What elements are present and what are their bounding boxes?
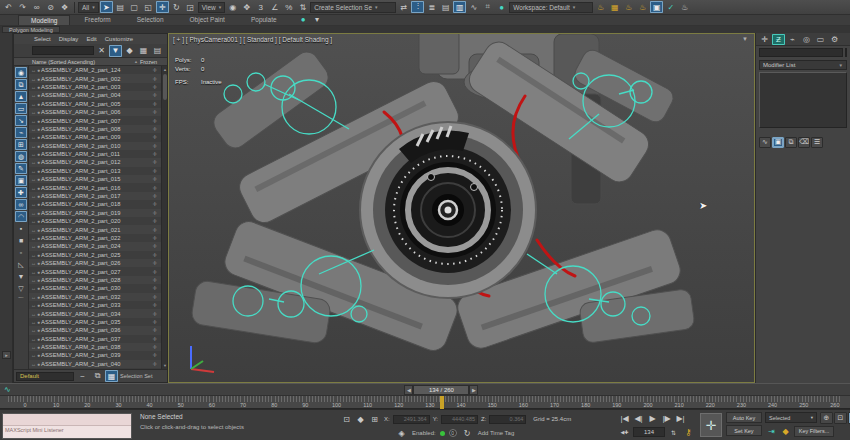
visibility-icon[interactable]: ● — [37, 159, 40, 165]
frozen-toggle-icon[interactable]: ✛ — [152, 269, 157, 275]
object-name[interactable]: ASSEMBLY_ARM_2_part_015 — [41, 176, 152, 182]
display-shapes-icon[interactable]: ▭ — [15, 103, 27, 114]
pick-parent-icon[interactable]: ▦ — [137, 45, 150, 57]
frozen-toggle-icon[interactable]: ✛ — [152, 210, 157, 216]
render-iterative-icon[interactable]: ♨ — [622, 1, 635, 13]
visibility-icon[interactable]: ● — [37, 134, 40, 140]
column-name-label[interactable]: Name (Sorted Ascending) — [32, 59, 95, 65]
ribbon-tab-freeform[interactable]: Freeform — [72, 15, 122, 25]
visibility-icon[interactable]: ● — [37, 352, 40, 358]
list-item[interactable]: ↔●ASSEMBLY_ARM_2_part_017✛ — [29, 192, 161, 200]
list-item[interactable]: ↔●ASSEMBLY_ARM_2_part_027✛ — [29, 267, 161, 275]
zoom-all-icon[interactable]: ⊡ — [834, 412, 847, 424]
list-item[interactable]: ↔●ASSEMBLY_ARM_2_part_009✛ — [29, 133, 161, 141]
visibility-icon[interactable]: ● — [37, 311, 40, 317]
object-name[interactable]: ASSEMBLY_ARM_2_part_013 — [41, 168, 152, 174]
expand-icon[interactable]: ↔ — [31, 319, 36, 325]
clear-search-icon[interactable]: ✕ — [95, 45, 108, 57]
preset-dropdown[interactable]: Default — [16, 372, 74, 381]
add-time-tag[interactable]: Add Time Tag — [478, 430, 515, 436]
visibility-icon[interactable]: ● — [37, 344, 40, 350]
x-coordinate-field[interactable]: 2491.364 — [393, 415, 430, 424]
list-item[interactable]: ↔●ASSEMBLY_ARM_2_part_041✛ — [29, 368, 161, 369]
use-center-icon[interactable]: ◉ — [226, 1, 239, 13]
object-name[interactable]: ASSEMBLY_ARM_2_part_024 — [41, 243, 152, 249]
list-item[interactable]: ↔●ASSEMBLY_ARM_2_part_007✛ — [29, 116, 161, 124]
list-item[interactable]: ↔●ASSEMBLY_ARM_2_part_010✛ — [29, 142, 161, 150]
redo-icon[interactable]: ↷ — [16, 1, 29, 13]
display-groups-icon[interactable]: ◠ — [15, 211, 27, 222]
visibility-icon[interactable]: ● — [37, 361, 40, 367]
object-name[interactable]: ASSEMBLY_ARM_2_part_005 — [41, 101, 152, 107]
visibility-icon[interactable]: ● — [37, 243, 40, 249]
list-item[interactable]: ↔●ASSEMBLY_ARM_2_part_003✛ — [29, 83, 161, 91]
expand-icon[interactable]: ↔ — [31, 159, 36, 165]
object-name[interactable]: ASSEMBLY_ARM_2_part_035 — [41, 319, 152, 325]
modify-tab-icon[interactable]: Ƶ — [772, 34, 785, 45]
expand-icon[interactable]: ↔ — [31, 109, 36, 115]
expand-icon[interactable]: ↔ — [31, 143, 36, 149]
frozen-toggle-icon[interactable]: ✛ — [152, 260, 157, 266]
previous-frame-arrow[interactable]: ◀ — [404, 385, 413, 395]
frozen-toggle-icon[interactable]: ✛ — [152, 319, 157, 325]
object-name[interactable]: ASSEMBLY_ARM_2_part_010 — [41, 143, 152, 149]
lock-cell-editing-icon[interactable]: ▪ — [15, 223, 27, 234]
frozen-toggle-icon[interactable]: ✛ — [152, 151, 157, 157]
list-item[interactable]: ↔●ASSEMBLY_ARM_2_part_020✛ — [29, 217, 161, 225]
list-item[interactable]: ↔●ASSEMBLY_ARM_2_part_021✛ — [29, 225, 161, 233]
ribbon-tab-populate[interactable]: Populate — [239, 15, 289, 25]
visibility-icon[interactable]: ● — [37, 285, 40, 291]
ribbon-collapse-icon[interactable]: ▾ — [311, 13, 324, 25]
rectangular-selection-region-icon[interactable]: ▢ — [128, 1, 141, 13]
key-mode-toggle-icon[interactable]: ◀✚ — [618, 426, 631, 438]
frozen-toggle-icon[interactable]: ✛ — [152, 285, 157, 291]
list-item[interactable]: ↔●ASSEMBLY_ARM_2_part_036✛ — [29, 326, 161, 334]
visibility-icon[interactable]: ● — [37, 319, 40, 325]
object-name-field[interactable] — [759, 48, 843, 57]
expand-icon[interactable]: ↔ — [31, 92, 36, 98]
visibility-icon[interactable]: ● — [37, 210, 40, 216]
object-name[interactable]: ASSEMBLY_ARM_2_part_003 — [41, 84, 152, 90]
perspective-viewport[interactable]: [ + ] [ PhysCamera001 ] [ Standard ] [ D… — [168, 33, 755, 383]
viewport-label[interactable]: [ + ] [ PhysCamera001 ] [ Standard ] [ D… — [173, 36, 332, 43]
spinner-snap-icon[interactable]: ⇅ — [296, 1, 309, 13]
frozen-toggle-icon[interactable]: ✛ — [152, 327, 157, 333]
render-teapot-icon[interactable]: ♨ — [678, 1, 691, 13]
selection-filter-dropdown[interactable]: All▾ — [78, 2, 99, 13]
list-item[interactable]: ↔●ASSEMBLY_ARM_2_part_024✛ — [29, 242, 161, 250]
expand-icon[interactable]: ↔ — [31, 277, 36, 283]
go-to-end-button[interactable]: ▶| — [674, 412, 687, 424]
visibility-icon[interactable]: ● — [37, 201, 40, 207]
remove-modifier-icon[interactable]: ⌫ — [798, 137, 810, 148]
visibility-icon[interactable]: ● — [37, 126, 40, 132]
current-frame-display[interactable]: 134 / 260 — [413, 385, 469, 395]
column-frozen-label[interactable]: Frozen — [140, 59, 157, 65]
expand-icon[interactable]: ↔ — [31, 327, 36, 333]
expand-icon[interactable]: ↔ — [31, 227, 36, 233]
frozen-toggle-icon[interactable]: ✛ — [152, 101, 157, 107]
scene-explorer-icon[interactable]: ▥ — [453, 1, 466, 13]
track-bar[interactable]: 0102030405060708090100110120130140150160… — [0, 395, 850, 409]
select-scale-icon[interactable]: ◲ — [184, 1, 197, 13]
hierarchy-tab-icon[interactable]: ⌁ — [786, 34, 799, 45]
remove-set-button[interactable]: − — [76, 370, 89, 382]
expand-icon[interactable]: ↔ — [31, 134, 36, 140]
frozen-toggle-icon[interactable]: ✛ — [152, 126, 157, 132]
object-name[interactable]: ASSEMBLY_ARM_2_part_036 — [41, 327, 152, 333]
list-item[interactable]: ↔●ASSEMBLY_ARM_2_part_016✛ — [29, 183, 161, 191]
expand-icon[interactable]: ↔ — [31, 118, 36, 124]
list-item[interactable]: ↔●ASSEMBLY_ARM_2_part_018✛ — [29, 200, 161, 208]
maxscript-mini-listener[interactable]: MAXScript Mini Listener — [2, 413, 132, 439]
list-item[interactable]: ↔●ASSEMBLY_ARM_2_part_124✛ — [29, 66, 161, 74]
object-name[interactable]: ASSEMBLY_ARM_2_part_019 — [41, 210, 152, 216]
frozen-toggle-icon[interactable]: ✛ — [152, 218, 157, 224]
list-item[interactable]: ↔●ASSEMBLY_ARM_2_part_035✛ — [29, 318, 161, 326]
auto-key-button[interactable]: Auto Key — [726, 412, 762, 423]
visibility-icon[interactable]: ● — [37, 302, 40, 308]
angle-snap-icon[interactable]: ∠ — [268, 1, 281, 13]
display-geometry-icon[interactable]: ▲ — [15, 91, 27, 102]
listener-pane[interactable]: MAXScript Mini Listener — [3, 426, 131, 438]
frozen-toggle-icon[interactable]: ✛ — [152, 134, 157, 140]
select-rotate-icon[interactable]: ↻ — [170, 1, 183, 13]
list-item[interactable]: ↔●ASSEMBLY_ARM_2_part_008✛ — [29, 125, 161, 133]
